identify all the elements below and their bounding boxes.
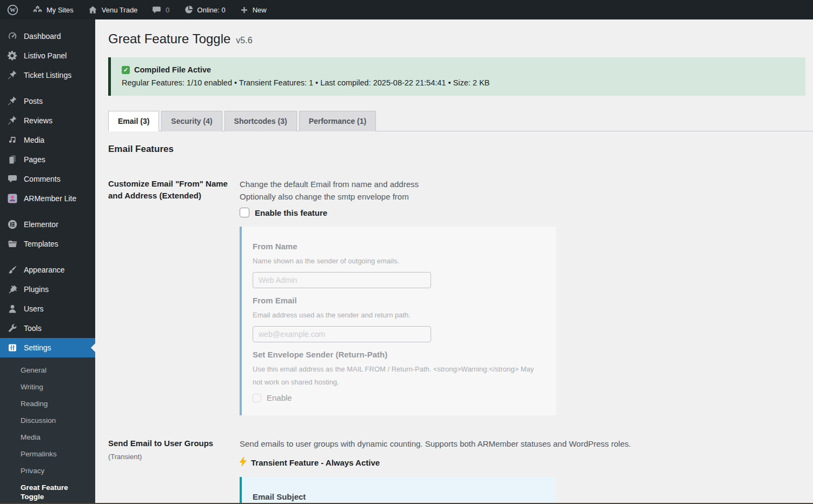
notice-title-row: ✓ Compiled File Active — [122, 65, 795, 74]
email-subject-field: Email Subject Subject line for the email — [253, 492, 543, 504]
brush-icon — [7, 264, 18, 275]
dashboard-icon — [7, 31, 18, 42]
sidebar-item-dashboard[interactable]: Dashboard — [0, 26, 95, 46]
wordpress-logo-icon: W — [7, 4, 18, 16]
submenu-item-general[interactable]: General — [0, 362, 95, 379]
elementor-icon — [7, 219, 18, 230]
sidebar-item-label: Templates — [24, 238, 58, 249]
compiled-file-notice: ✓ Compiled File Active Regular Features:… — [108, 57, 805, 96]
tab-email[interactable]: Email (3) — [108, 111, 159, 131]
main-content: Great Feature Toggle v5.6 ✓ Compiled Fil… — [95, 0, 813, 504]
admin-sidebar: Dashboard Listivo Panel Ticket Listings … — [0, 19, 95, 504]
submenu-item-permalinks[interactable]: Permalinks — [0, 446, 95, 462]
menu-separator — [0, 254, 95, 260]
pie-chart-icon — [184, 5, 194, 15]
sidebar-item-appearance[interactable]: Appearance — [0, 260, 95, 280]
online-menu[interactable]: Online: 0 — [177, 0, 233, 19]
comments-menu[interactable]: 0 — [144, 0, 176, 19]
from-name-field: From Name Name shown as the sender of ou… — [253, 242, 543, 288]
enable-feature-label: Enable this feature — [255, 208, 327, 217]
sidebar-item-label: Media — [24, 135, 44, 145]
submenu-item-privacy[interactable]: Privacy — [0, 462, 95, 479]
feature-row-customize-from: Customize Email "From" Name and Address … — [108, 178, 805, 415]
sidebar-item-label: Comments — [24, 174, 61, 184]
sidebar-item-tools[interactable]: Tools — [0, 319, 95, 338]
sidebar-item-pages[interactable]: Pages — [0, 150, 95, 169]
sidebar-item-plugins[interactable]: Plugins — [0, 280, 95, 299]
feature-description-line: Send emails to user groups with dynamic … — [240, 437, 805, 450]
comments-icon — [7, 174, 18, 184]
sidebar-item-label: Plugins — [24, 284, 49, 295]
sidebar-item-label: Dashboard — [24, 31, 61, 42]
tab-performance[interactable]: Performance (1) — [299, 111, 376, 131]
my-sites-menu[interactable]: My Sites — [25, 0, 81, 19]
tab-shortcodes[interactable]: Shortcodes (3) — [224, 111, 297, 131]
users-icon — [7, 303, 18, 314]
wordpress-logo-menu[interactable]: W — [0, 0, 25, 19]
feature-body: Send emails to user groups with dynamic … — [240, 437, 805, 504]
tab-bar: Email (3) Security (4) Shortcodes (3) Pe… — [108, 110, 813, 131]
from-email-help: Email address used as the sender and ret… — [253, 309, 539, 322]
plus-icon — [240, 5, 249, 15]
enable-feature-row[interactable]: Enable this feature — [240, 208, 805, 217]
submenu-item-media[interactable]: Media — [0, 429, 95, 446]
site-name-menu[interactable]: Venu Trade — [81, 0, 145, 19]
new-label: New — [253, 6, 267, 14]
my-sites-icon — [32, 5, 43, 15]
pin-icon — [7, 70, 18, 81]
submenu-item-great-feature-toggle[interactable]: Great Feature Toggle — [0, 479, 95, 504]
sidebar-item-elementor[interactable]: Elementor — [0, 215, 95, 234]
page-title: Great Feature Toggle — [108, 31, 230, 47]
envelope-enable-checkbox[interactable] — [253, 394, 261, 402]
from-email-field: From Email Email address used as the sen… — [253, 296, 543, 342]
feature-row-send-email-groups: Send Email to User Groups (Transient) Se… — [108, 437, 805, 504]
from-email-label: From Email — [253, 296, 543, 305]
from-name-input[interactable] — [253, 272, 431, 288]
sidebar-item-users[interactable]: Users — [0, 299, 95, 319]
sidebar-item-label: Listivo Panel — [24, 50, 67, 61]
envelope-enable-row[interactable]: Enable — [253, 393, 543, 402]
envelope-sender-help: Use this email address as the MAIL FROM … — [253, 363, 539, 389]
feature-label-block: Send Email to User Groups (Transient) — [108, 437, 240, 504]
sidebar-item-media[interactable]: Media — [0, 130, 95, 150]
tab-security[interactable]: Security (4) — [161, 111, 222, 131]
feature-description-line: Change the default Email from name and a… — [240, 178, 805, 190]
new-content-menu[interactable]: New — [233, 0, 274, 19]
from-email-input[interactable] — [253, 326, 431, 342]
sidebar-item-templates[interactable]: Templates — [0, 234, 95, 254]
envelope-enable-label: Enable — [267, 393, 292, 402]
pages-icon — [7, 154, 18, 165]
settings-sliders-icon — [7, 342, 18, 353]
page-header: Great Feature Toggle v5.6 — [108, 31, 805, 47]
envelope-sender-label: Set Envelope Sender (Return-Path) — [253, 350, 543, 359]
settings-submenu: General Writing Reading Discussion Media… — [0, 357, 95, 504]
wrench-icon — [7, 323, 18, 334]
feature-label: Send Email to User Groups — [108, 437, 240, 449]
sidebar-item-ticket-listings[interactable]: Ticket Listings — [0, 65, 95, 85]
email-subject-label: Email Subject — [253, 492, 543, 501]
from-name-label: From Name — [253, 242, 543, 251]
menu-separator — [0, 208, 95, 215]
submenu-item-reading[interactable]: Reading — [0, 395, 95, 412]
submenu-item-writing[interactable]: Writing — [0, 379, 95, 395]
sidebar-item-comments[interactable]: Comments — [0, 169, 95, 189]
from-settings-panel: From Name Name shown as the sender of ou… — [240, 227, 556, 415]
sidebar-item-label: Settings — [24, 342, 51, 353]
comment-bubble-icon — [151, 5, 162, 15]
sidebar-item-listivo-panel[interactable]: Listivo Panel — [0, 46, 95, 65]
submenu-item-discussion[interactable]: Discussion — [0, 412, 95, 429]
sidebar-item-armember-lite[interactable]: ARMember Lite — [0, 189, 95, 208]
notice-details: Regular Features: 1/10 enabled • Transie… — [122, 78, 795, 87]
armember-icon — [7, 193, 18, 204]
comment-count: 0 — [166, 6, 169, 14]
sidebar-item-posts[interactable]: Posts — [0, 91, 95, 111]
gear-icon — [7, 50, 18, 61]
sidebar-item-reviews[interactable]: Reviews — [0, 111, 95, 130]
from-name-help: Name shown as the sender of outgoing ema… — [253, 255, 539, 268]
sidebar-item-settings[interactable]: Settings — [0, 338, 95, 357]
enable-feature-checkbox[interactable] — [240, 208, 249, 217]
plug-icon — [7, 284, 18, 295]
feature-body: Change the default Email from name and a… — [240, 178, 805, 415]
feature-transient-tag: (Transient) — [108, 453, 240, 461]
sidebar-item-label: ARMember Lite — [24, 193, 76, 204]
